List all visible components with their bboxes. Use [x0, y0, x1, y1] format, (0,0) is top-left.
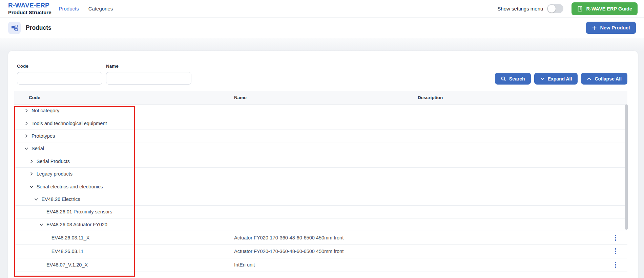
main-nav: Products Categories: [59, 6, 113, 11]
top-bar: R-WAVE-ERP Product Structure Products Ca…: [0, 0, 644, 18]
name-cell: Actuator FY020-170-360-48-60-6500 450mm …: [234, 249, 418, 254]
name-filter-input[interactable]: [106, 72, 191, 85]
column-header-code: Code: [14, 95, 234, 100]
tree-row-category[interactable]: Serial: [14, 142, 627, 155]
content-area: Code Name Search: [0, 38, 644, 278]
settings-toggle[interactable]: [547, 4, 563, 13]
tree-row-category[interactable]: Serial Products: [14, 155, 627, 168]
code-text: Legacy products: [37, 171, 72, 177]
tree-row-category[interactable]: EV48.26.01 Proximity sensors: [14, 206, 627, 218]
chevron-up-icon: [587, 76, 591, 81]
code-cell: Prototypes: [14, 133, 234, 139]
tree-row-category[interactable]: Prototypes: [14, 130, 627, 142]
code-filter-group: Code: [17, 64, 102, 85]
collapse-all-button-label: Collapse All: [595, 76, 622, 82]
code-text: EV48.26.03 Actuator FY020: [46, 222, 107, 227]
new-product-button[interactable]: New Product: [586, 22, 636, 34]
code-text: EV48.26 Electrics: [41, 196, 80, 202]
column-header-name: Name: [234, 95, 418, 100]
code-text: EV48.26.03.11_X: [51, 235, 90, 240]
code-cell: Not category: [14, 108, 234, 113]
column-header-description: Description: [418, 95, 604, 100]
brand: R-WAVE-ERP Product Structure: [8, 2, 51, 15]
table-header-row: Code Name Description: [14, 91, 627, 105]
actions-cell: [604, 260, 627, 269]
tree-row-product[interactable]: EV48.26.03.11Actuator FY020-170-360-48-6…: [14, 245, 627, 258]
settings-toggle-label: Show settings menu: [497, 6, 543, 11]
chevron-right-icon[interactable]: [29, 171, 34, 176]
plus-icon: [592, 25, 597, 30]
book-icon: [577, 6, 583, 12]
code-cell: EV48.26.01 Proximity sensors: [14, 209, 234, 214]
chevron-down-icon: [540, 76, 545, 81]
code-cell: EV48.26.03.11_X: [14, 235, 234, 240]
code-cell: Tools and technological equipment: [14, 121, 234, 126]
code-text: EV48.07_V.1.20_X: [46, 262, 88, 268]
chevron-right-icon[interactable]: [29, 159, 34, 164]
search-button[interactable]: Search: [495, 73, 531, 85]
code-filter-label: Code: [17, 64, 102, 69]
hierarchy-icon: [8, 22, 21, 34]
code-cell: Serial Products: [14, 159, 234, 164]
name-filter-group: Name: [106, 64, 191, 85]
name-filter-label: Name: [106, 64, 191, 69]
tree-row-category[interactable]: EV48.26 Electrics: [14, 193, 627, 206]
code-text: EV48.26.03.11: [51, 249, 84, 254]
code-cell: Serial: [14, 146, 234, 151]
code-filter-input[interactable]: [17, 72, 102, 85]
code-text: Serial: [32, 146, 44, 151]
toggle-knob: [548, 5, 556, 13]
code-cell: EV48.26 Electrics: [14, 196, 234, 202]
search-button-label: Search: [509, 76, 525, 82]
name-cell: Actuator FY020-170-360-48-60-6500 450mm …: [234, 235, 418, 240]
row-menu-button[interactable]: [613, 260, 618, 269]
tree-row-category[interactable]: EV48.26.03 Actuator FY020: [14, 218, 627, 231]
chevron-right-icon[interactable]: [24, 134, 29, 138]
code-cell: Legacy products: [14, 171, 234, 177]
chevron-down-icon[interactable]: [39, 222, 44, 227]
chevron-down-icon[interactable]: [24, 146, 29, 151]
code-cell: EV48.26.03 Actuator FY020: [14, 222, 234, 227]
code-text: Not category: [32, 108, 59, 113]
tree-row-category[interactable]: Serial electrics and electronics: [14, 180, 627, 193]
filter-bar: Code Name Search: [14, 64, 627, 85]
row-menu-button[interactable]: [613, 233, 618, 242]
name-cell: IntEn unit: [234, 262, 418, 268]
code-text: Serial electrics and electronics: [37, 184, 103, 189]
code-cell: Serial electrics and electronics: [14, 184, 234, 189]
app-logo: R-WAVE-ERP: [8, 2, 51, 9]
tree-row-category[interactable]: Legacy products: [14, 168, 627, 180]
tree-row-product[interactable]: EV48.07_V.1.20_XIntEn unit: [14, 258, 627, 272]
code-text: Tools and technological equipment: [32, 121, 107, 126]
code-cell: EV48.07_V.1.20_X: [14, 262, 234, 268]
expand-all-button[interactable]: Expand All: [534, 73, 578, 85]
tree-row-category[interactable]: Not category: [14, 105, 627, 117]
chevron-right-icon[interactable]: [24, 108, 29, 113]
page-header: Products New Product: [0, 18, 644, 38]
actions-cell: [604, 247, 627, 256]
chevron-down-icon[interactable]: [29, 184, 34, 189]
products-table: Code Name Description Not categoryTools …: [14, 91, 627, 272]
nav-item-categories[interactable]: Categories: [88, 6, 113, 11]
tree-row-product[interactable]: EV48.26.03.11_XActuator FY020-170-360-48…: [14, 231, 627, 245]
row-menu-button[interactable]: [613, 247, 618, 256]
collapse-all-button[interactable]: Collapse All: [581, 73, 627, 85]
table-body: Not categoryTools and technological equi…: [14, 105, 627, 272]
search-icon: [501, 76, 506, 82]
code-text: Prototypes: [32, 133, 55, 139]
code-text: EV48.26.01 Proximity sensors: [46, 209, 112, 214]
erp-guide-button-label: R-WAVE ERP Guide: [586, 6, 632, 11]
expand-all-button-label: Expand All: [548, 76, 572, 82]
page-title: Products: [26, 24, 51, 31]
tree-actions: Search Expand All: [495, 73, 627, 85]
table-scrollbar-thumb[interactable]: [625, 105, 628, 230]
app-subtitle: Product Structure: [8, 9, 51, 16]
actions-cell: [604, 233, 627, 242]
chevron-down-icon[interactable]: [34, 197, 39, 202]
nav-item-products[interactable]: Products: [59, 6, 79, 11]
new-product-button-label: New Product: [600, 25, 630, 30]
tree-row-category[interactable]: Tools and technological equipment: [14, 117, 627, 130]
erp-guide-button[interactable]: R-WAVE ERP Guide: [572, 2, 638, 15]
chevron-right-icon[interactable]: [24, 121, 29, 126]
products-card: Code Name Search: [8, 51, 638, 278]
